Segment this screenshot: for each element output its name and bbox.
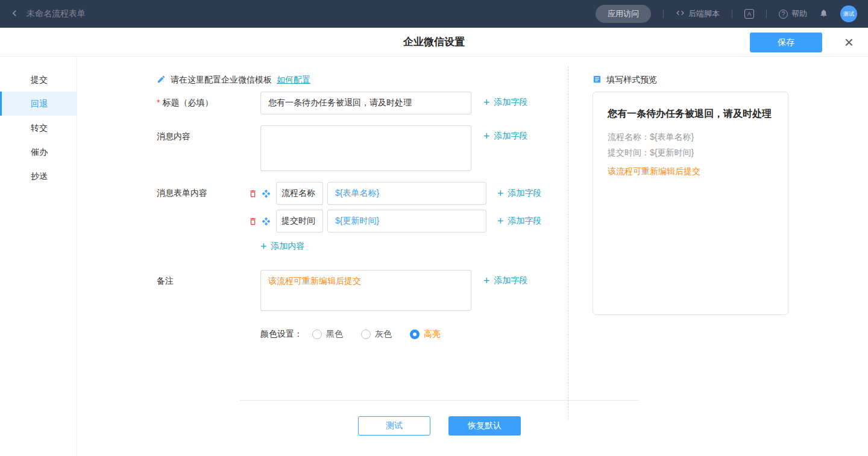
backend-script-label: 后端脚本 <box>688 8 720 19</box>
title-input[interactable] <box>260 92 471 114</box>
form-content-label: 消息表单内容 <box>157 182 260 270</box>
config-tip-text: 请在这里配置企业微信模板 <box>171 75 272 86</box>
sidebar: 提交 回退 转交 催办 抄送 <box>0 57 77 456</box>
message-content-textarea[interactable] <box>260 125 471 171</box>
move-icon[interactable] <box>262 189 271 198</box>
move-icon[interactable] <box>262 217 271 226</box>
plus-icon: + <box>497 216 504 226</box>
delete-icon[interactable] <box>248 189 257 198</box>
color-option-highlight[interactable]: 高亮 <box>410 329 441 340</box>
wechat-settings-form: 请在这里配置企业微信模板 如何配置 *标题（必填） + 添加字段 消息内容 <box>77 57 568 456</box>
topbar-separator <box>663 10 664 18</box>
remark-textarea[interactable]: 该流程可重新编辑后提交 <box>260 270 471 311</box>
field-value-input[interactable] <box>327 210 486 233</box>
save-button[interactable]: 保存 <box>750 33 822 52</box>
back-button[interactable] <box>8 7 20 21</box>
form-content-section: 消息表单内容 + 添加字段 <box>157 182 562 270</box>
radio-selected-icon <box>410 330 420 339</box>
restore-default-button[interactable]: 恢复默认 <box>448 416 521 436</box>
topbar-separator <box>766 10 767 18</box>
app-square-icon[interactable]: A <box>744 9 754 19</box>
field-key-input[interactable] <box>276 182 323 205</box>
delete-icon[interactable] <box>248 217 257 226</box>
avatar[interactable]: 测试 <box>840 5 857 22</box>
form-content-row: + 添加字段 <box>248 210 542 233</box>
pencil-icon <box>157 75 166 86</box>
config-tip: 请在这里配置企业微信模板 如何配置 <box>157 75 562 86</box>
plus-icon: + <box>260 241 267 252</box>
title-field-label: *标题（必填） <box>157 92 260 114</box>
plus-icon: + <box>497 188 504 199</box>
radio-icon <box>361 330 371 339</box>
app-access-button[interactable]: 应用访问 <box>596 5 651 23</box>
question-icon: ? <box>779 10 788 19</box>
page-title: 企业微信设置 <box>403 35 465 49</box>
test-button[interactable]: 测试 <box>358 416 430 436</box>
preview-title: 您有一条待办任务被退回，请及时处理 <box>608 108 773 120</box>
color-setting-row: 颜色设置： 黑色 灰色 高亮 <box>260 329 562 340</box>
sidebar-item-transfer[interactable]: 转交 <box>0 116 77 140</box>
preview-line-process: 流程名称：${表单名称} <box>608 129 773 145</box>
add-field-link-remark[interactable]: + 添加字段 <box>483 275 528 286</box>
notifications-button[interactable] <box>819 8 828 19</box>
color-option-black[interactable]: 黑色 <box>312 329 343 340</box>
help-label: 帮助 <box>791 8 807 19</box>
preview-header: 填写样式预览 <box>593 75 868 86</box>
field-value-input[interactable] <box>327 182 486 205</box>
field-key-input[interactable] <box>276 210 323 233</box>
help-button[interactable]: ? 帮助 <box>779 8 807 19</box>
preview-panel: 填写样式预览 您有一条待办任务被退回，请及时处理 流程名称：${表单名称} 提交… <box>568 57 868 456</box>
backend-script-button[interactable]: 后端脚本 <box>676 8 720 19</box>
document-icon <box>593 75 602 86</box>
preview-line-time: 提交时间：${更新时间} <box>608 145 773 160</box>
topbar-separator <box>732 10 732 18</box>
remark-label: 备注 <box>157 270 260 311</box>
bell-icon <box>819 8 828 19</box>
plus-icon: + <box>483 275 490 286</box>
sidebar-item-return[interactable]: 回退 <box>0 92 77 116</box>
required-asterisk: * <box>157 98 160 107</box>
content: 提交 回退 转交 催办 抄送 请在这里配置企业微信模板 如何配置 *标题（必填）… <box>0 57 868 456</box>
footer-buttons: 测试 恢复默认 <box>358 416 562 436</box>
remark-row: 备注 该流程可重新编辑后提交 + 添加字段 <box>157 270 562 311</box>
plus-icon: + <box>483 131 490 142</box>
radio-icon <box>312 330 322 339</box>
message-content-label: 消息内容 <box>157 125 260 171</box>
preview-highlight-text: 该流程可重新编辑后提交 <box>608 166 773 177</box>
form-title: 未命名流程表单 <box>27 8 86 19</box>
add-field-link-content[interactable]: + 添加字段 <box>483 131 528 142</box>
title-field-row: *标题（必填） + 添加字段 <box>157 92 562 114</box>
preview-card: 您有一条待办任务被退回，请及时处理 流程名称：${表单名称} 提交时间：${更新… <box>593 92 788 315</box>
message-content-row: 消息内容 + 添加字段 <box>157 125 562 171</box>
plus-icon: + <box>483 97 490 108</box>
close-icon[interactable]: × <box>844 34 854 50</box>
how-to-configure-link[interactable]: 如何配置 <box>277 75 310 86</box>
modal-header: 企业微信设置 保存 × <box>0 28 868 57</box>
sidebar-item-submit[interactable]: 提交 <box>0 67 77 92</box>
chevron-left-icon <box>8 7 20 21</box>
code-icon <box>676 8 685 19</box>
add-content-link[interactable]: + 添加内容 <box>260 241 305 252</box>
color-option-gray[interactable]: 灰色 <box>361 329 392 340</box>
sidebar-item-urge[interactable]: 催办 <box>0 140 77 164</box>
sidebar-item-cc[interactable]: 抄送 <box>0 164 77 188</box>
add-field-link-row2[interactable]: + 添加字段 <box>497 216 542 226</box>
preview-header-label: 填写样式预览 <box>606 75 657 86</box>
color-setting-label: 颜色设置： <box>260 329 303 340</box>
form-content-row: + 添加字段 <box>248 182 542 205</box>
add-field-link-title[interactable]: + 添加字段 <box>483 97 528 108</box>
topbar: 未命名流程表单 应用访问 后端脚本 A ? 帮助 测试 <box>0 0 868 28</box>
add-field-link-row1[interactable]: + 添加字段 <box>497 188 542 199</box>
